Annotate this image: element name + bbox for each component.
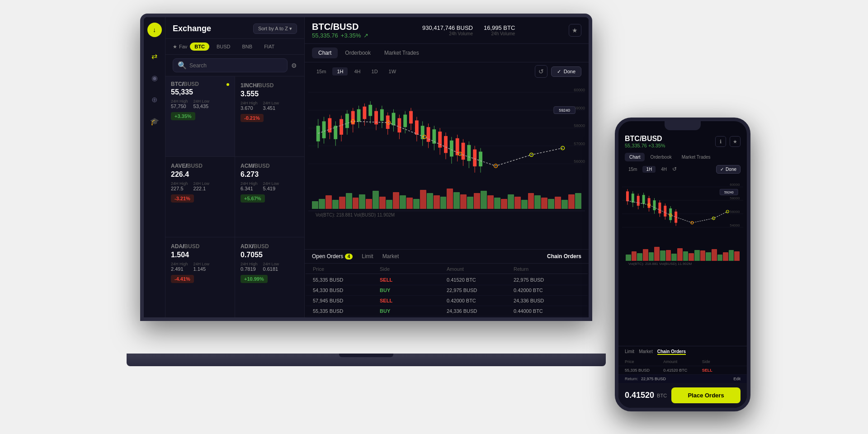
orders-table: Price Side Amount Return 55,335 BUSD SEL…	[305, 264, 589, 317]
phone-done-button[interactable]: ✓ Done	[716, 165, 741, 174]
laptop-base	[127, 354, 606, 366]
svg-rect-61	[462, 143, 465, 160]
exchange-panel: Exchange Sort by A to Z ▾ ★ Fav BTC BUSD…	[165, 17, 305, 317]
sidebar-learn-icon[interactable]: 🎓	[148, 115, 161, 127]
tab-market[interactable]: Market	[382, 253, 399, 259]
filter-icon[interactable]: ⚙	[291, 62, 297, 69]
pair-card-1inch[interactable]: 1INCH/BUSD 3.555 24H High 3.670 24H Low …	[235, 76, 304, 156]
filter-tab-btc[interactable]: BTC	[190, 42, 209, 51]
sidebar-exchange-icon[interactable]: ⇄	[148, 50, 161, 62]
phone-tab-chart[interactable]: Chart	[625, 153, 645, 161]
sort-dropdown[interactable]: Sort by A to Z ▾	[253, 24, 297, 34]
phone-tab-orderbook[interactable]: Orderbook	[646, 153, 676, 161]
phone-chart: 60000 58000 56000 54000	[622, 175, 743, 346]
orders-thead: Price Side Amount Return	[306, 264, 588, 274]
phone-content: BTC/BUSD 55,335.76 +3.35% ℹ ★ Chart Orde…	[618, 121, 747, 383]
svg-rect-41	[403, 115, 407, 127]
logo-icon[interactable]: ↓	[147, 23, 162, 37]
pair-card-ada[interactable]: ADA/BUSD 1.504 24H High 2.491 24H Low 1.…	[165, 237, 235, 317]
svg-text:59000: 59000	[574, 106, 585, 110]
svg-rect-57	[450, 141, 453, 157]
volume-item-btc: 16,995 BTC 24h Volume	[484, 24, 515, 36]
search-input[interactable]	[189, 62, 283, 69]
pair-change-ada: -4.41%	[171, 275, 194, 283]
laptop: ↓ ⇄ ◉ ⊕ 🎓 Exchange Sort by A to Z ▾	[140, 14, 615, 366]
filter-tab-fiat[interactable]: FIAT	[259, 42, 279, 51]
phone-pair-price: 55,335.76 +3.35%	[625, 143, 665, 148]
pair-card-aave[interactable]: AAVE/BUSD 226.4 24H High 227.5 24H Low 2…	[165, 157, 235, 237]
phone-fav-button[interactable]: ★	[730, 136, 741, 147]
svg-text:58000: 58000	[730, 196, 740, 200]
pair-name-ada: ADA/BUSD	[171, 243, 199, 250]
search-wrapper: 🔍	[173, 58, 288, 72]
tf-1h[interactable]: 1H	[332, 67, 348, 75]
phone-tf-4h[interactable]: 4H	[657, 166, 670, 173]
svg-rect-63	[467, 145, 471, 161]
tab-orderbook[interactable]: Orderbook	[339, 47, 377, 58]
pair-name-acm: ACM/BUSD	[241, 163, 270, 169]
refresh-button[interactable]: ↺	[535, 65, 547, 78]
tf-1w[interactable]: 1W	[384, 67, 401, 75]
phone-edit-button[interactable]: Edit	[733, 377, 741, 381]
table-row[interactable]: 55,335 BUSD SELL 0.41520 BTC 22,975 BUSD	[306, 275, 588, 285]
tf-15m[interactable]: 15m	[312, 67, 330, 75]
phone-tab-limit[interactable]: Limit	[625, 349, 634, 355]
tab-open-orders[interactable]: Open Orders 4	[312, 253, 353, 259]
phone-info-button[interactable]: ℹ	[715, 136, 726, 147]
filter-tab-busd[interactable]: BUSD	[212, 42, 235, 51]
tab-chain-orders[interactable]: Chain Orders	[547, 253, 581, 259]
table-row[interactable]: 54,330 BUSD BUY 22,975 BUSD 0.42000 BTC	[306, 285, 588, 296]
fav-tab[interactable]: ★ Fav	[173, 44, 187, 50]
table-row[interactable]: 55,335 BUSD BUY 24,336 BUSD 0.44000 BTC	[306, 306, 588, 316]
trading-pair-info: BTC/BUSD 55,335.76 +3.35% ↗	[312, 22, 368, 39]
svg-rect-39	[397, 118, 401, 132]
chart-area: 60000 59000 58000 57000 56000	[305, 80, 589, 249]
tf-1d[interactable]: 1D	[367, 67, 382, 75]
exchange-title: Exchange	[173, 24, 211, 33]
phone-bottom: 0.41520 BTC Place Orders	[618, 383, 747, 408]
place-orders-button[interactable]: Place Orders	[671, 387, 741, 403]
filter-tabs: ★ Fav BTC BUSD BNB FIAT	[165, 39, 304, 55]
phone-tab-chain-orders[interactable]: Chain Orders	[657, 349, 686, 355]
done-button[interactable]: ✓ Done	[551, 66, 581, 77]
phone-order-data-row[interactable]: 55,335 BUSD 0.41520 BTC SELL	[618, 366, 747, 375]
pair-card-acm[interactable]: ACM/BUSD 6.273 24H High 6.341 24H Low 5.…	[235, 157, 304, 237]
pair-name-aave: AAVE/BUSD	[171, 163, 203, 169]
svg-text:59240: 59240	[559, 108, 570, 113]
pair-change-adx: +10.99%	[241, 275, 268, 283]
phone-tf-1h[interactable]: 1H	[642, 166, 656, 173]
scene: ↓ ⇄ ◉ ⊕ 🎓 Exchange Sort by A to Z ▾	[118, 14, 750, 420]
phone-tab-market[interactable]: Market	[639, 349, 653, 355]
svg-rect-55	[444, 136, 448, 153]
phone-refresh-button[interactable]: ↺	[672, 166, 677, 173]
svg-text:60000: 60000	[730, 183, 740, 187]
pair-change-1inch: -0.21%	[241, 114, 264, 122]
pair-price-aave: 226.4	[171, 170, 229, 179]
svg-point-109	[726, 210, 729, 213]
chart-stats: Vol(BTC): 218.881 Vol(BUSD) 11.902M	[308, 211, 585, 219]
table-row[interactable]: 57,945 BUSD SELL 0.42000 BTC 24,336 BUSD	[306, 296, 588, 306]
pair-card-adx[interactable]: ADX/BUSD 0.7055 24H High 0.7819 24H Low …	[235, 237, 304, 317]
phone-tab-market-trades[interactable]: Market Trades	[677, 153, 715, 161]
phone-tf-15m[interactable]: 15m	[625, 166, 641, 173]
phone-notch	[665, 121, 701, 130]
phone-tf-buttons: 15m 1H 4H ↺	[625, 166, 677, 173]
phone-volume-bars	[622, 245, 743, 261]
svg-text:57000: 57000	[574, 142, 585, 146]
phone-header: BTC/BUSD 55,335.76 +3.35% ℹ ★	[618, 132, 747, 151]
phone-tabs: Chart Orderbook Market Trades	[618, 151, 747, 163]
tab-chart[interactable]: Chart	[312, 47, 338, 58]
sidebar-signals-icon[interactable]: ⊕	[148, 93, 161, 106]
pair-card-btc[interactable]: BTC/BUSD 55,335 24H High 57,750 24	[165, 76, 235, 156]
svg-text:54000: 54000	[730, 223, 740, 227]
filter-tab-bnb[interactable]: BNB	[238, 42, 257, 51]
tf-4h[interactable]: 4H	[349, 67, 365, 75]
sidebar-portfolio-icon[interactable]: ◉	[148, 71, 161, 84]
svg-rect-45	[415, 120, 419, 135]
pair-stats-btc: 24H High 57,750 24H Low 53,435	[171, 99, 229, 109]
tab-limit[interactable]: Limit	[362, 253, 373, 259]
tab-market-trades[interactable]: Market Trades	[378, 47, 425, 58]
main-header: BTC/BUSD 55,335.76 +3.35% ↗ 930,417,746 …	[305, 17, 589, 44]
favorite-button[interactable]: ★	[569, 24, 581, 37]
svg-text:59240: 59240	[724, 190, 734, 194]
